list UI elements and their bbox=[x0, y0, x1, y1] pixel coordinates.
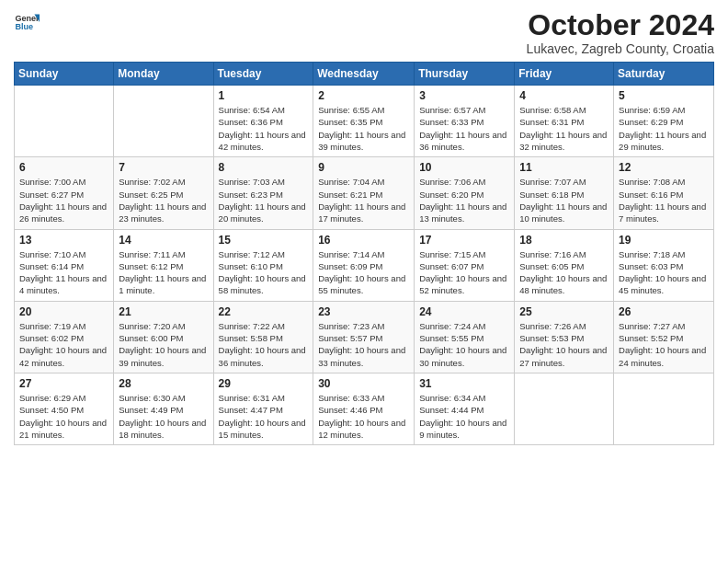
day-number: 27 bbox=[19, 377, 108, 390]
header-friday: Friday bbox=[515, 63, 614, 86]
day-info: Sunrise: 7:10 AMSunset: 6:14 PMDaylight:… bbox=[19, 248, 108, 297]
calendar-cell: 16Sunrise: 7:14 AMSunset: 6:09 PMDayligh… bbox=[313, 229, 415, 301]
calendar-week-2: 6Sunrise: 7:00 AMSunset: 6:27 PMDaylight… bbox=[15, 157, 714, 229]
day-info: Sunrise: 6:54 AMSunset: 6:36 PMDaylight:… bbox=[219, 104, 309, 153]
calendar-cell: 31Sunrise: 6:34 AMSunset: 4:44 PMDayligh… bbox=[415, 373, 515, 444]
day-number: 21 bbox=[119, 305, 208, 318]
day-info: Sunrise: 7:02 AMSunset: 6:25 PMDaylight:… bbox=[119, 176, 208, 224]
header-tuesday: Tuesday bbox=[213, 63, 313, 86]
calendar-cell: 30Sunrise: 6:33 AMSunset: 4:46 PMDayligh… bbox=[313, 373, 415, 444]
header-saturday: Saturday bbox=[614, 63, 714, 86]
calendar-cell bbox=[114, 86, 213, 157]
day-info: Sunrise: 7:12 AMSunset: 6:10 PMDaylight:… bbox=[219, 248, 309, 297]
calendar-cell: 7Sunrise: 7:02 AMSunset: 6:25 PMDaylight… bbox=[114, 157, 213, 229]
day-info: Sunrise: 7:16 AMSunset: 6:05 PMDaylight:… bbox=[519, 248, 609, 297]
day-number: 10 bbox=[419, 161, 509, 174]
page-container: General Blue October 2024 Lukavec, Zagre… bbox=[0, 0, 728, 459]
header-monday: Monday bbox=[114, 63, 213, 86]
day-info: Sunrise: 7:22 AMSunset: 5:58 PMDaylight:… bbox=[219, 320, 309, 369]
day-number: 16 bbox=[318, 234, 409, 247]
header-sunday: Sunday bbox=[15, 63, 114, 86]
day-info: Sunrise: 7:06 AMSunset: 6:20 PMDaylight:… bbox=[419, 176, 509, 224]
day-info: Sunrise: 7:27 AMSunset: 5:52 PMDaylight:… bbox=[619, 320, 709, 369]
day-info: Sunrise: 7:23 AMSunset: 5:57 PMDaylight:… bbox=[318, 320, 409, 369]
calendar-cell: 5Sunrise: 6:59 AMSunset: 6:29 PMDaylight… bbox=[614, 86, 714, 157]
day-number: 23 bbox=[318, 305, 409, 318]
day-number: 5 bbox=[619, 89, 709, 102]
day-number: 13 bbox=[19, 234, 108, 247]
day-number: 20 bbox=[19, 305, 108, 318]
day-number: 29 bbox=[219, 377, 309, 390]
header: General Blue October 2024 Lukavec, Zagre… bbox=[14, 9, 714, 56]
day-info: Sunrise: 7:19 AMSunset: 6:02 PMDaylight:… bbox=[19, 320, 108, 369]
calendar-week-4: 20Sunrise: 7:19 AMSunset: 6:02 PMDayligh… bbox=[15, 301, 714, 373]
calendar-cell: 23Sunrise: 7:23 AMSunset: 5:57 PMDayligh… bbox=[313, 301, 415, 373]
day-info: Sunrise: 7:20 AMSunset: 6:00 PMDaylight:… bbox=[119, 320, 208, 369]
day-number: 7 bbox=[119, 161, 208, 174]
day-number: 31 bbox=[419, 377, 509, 390]
day-number: 8 bbox=[219, 161, 309, 174]
day-info: Sunrise: 6:34 AMSunset: 4:44 PMDaylight:… bbox=[419, 392, 509, 441]
day-info: Sunrise: 6:33 AMSunset: 4:46 PMDaylight:… bbox=[318, 392, 409, 441]
day-number: 19 bbox=[619, 234, 709, 247]
day-number: 1 bbox=[219, 89, 309, 102]
day-info: Sunrise: 7:04 AMSunset: 6:21 PMDaylight:… bbox=[318, 176, 409, 224]
day-number: 22 bbox=[219, 305, 309, 318]
day-number: 30 bbox=[318, 377, 409, 390]
calendar-cell: 17Sunrise: 7:15 AMSunset: 6:07 PMDayligh… bbox=[415, 229, 515, 301]
day-info: Sunrise: 6:57 AMSunset: 6:33 PMDaylight:… bbox=[419, 104, 509, 153]
calendar-cell bbox=[614, 373, 714, 444]
calendar-cell: 12Sunrise: 7:08 AMSunset: 6:16 PMDayligh… bbox=[614, 157, 714, 229]
calendar-cell: 19Sunrise: 7:18 AMSunset: 6:03 PMDayligh… bbox=[614, 229, 714, 301]
calendar-cell: 9Sunrise: 7:04 AMSunset: 6:21 PMDaylight… bbox=[313, 157, 415, 229]
day-info: Sunrise: 6:58 AMSunset: 6:31 PMDaylight:… bbox=[519, 104, 609, 153]
day-number: 17 bbox=[419, 234, 509, 247]
calendar-cell: 1Sunrise: 6:54 AMSunset: 6:36 PMDaylight… bbox=[213, 86, 313, 157]
calendar-week-1: 1Sunrise: 6:54 AMSunset: 6:36 PMDaylight… bbox=[15, 86, 714, 157]
page-title: October 2024 bbox=[527, 9, 714, 41]
day-info: Sunrise: 7:14 AMSunset: 6:09 PMDaylight:… bbox=[318, 248, 409, 297]
calendar-cell: 21Sunrise: 7:20 AMSunset: 6:00 PMDayligh… bbox=[114, 301, 213, 373]
day-number: 6 bbox=[19, 161, 108, 174]
day-info: Sunrise: 7:26 AMSunset: 5:53 PMDaylight:… bbox=[519, 320, 609, 369]
day-info: Sunrise: 7:07 AMSunset: 6:18 PMDaylight:… bbox=[519, 176, 609, 224]
day-number: 12 bbox=[619, 161, 709, 174]
calendar-cell: 26Sunrise: 7:27 AMSunset: 5:52 PMDayligh… bbox=[614, 301, 714, 373]
day-number: 26 bbox=[619, 305, 709, 318]
calendar-cell bbox=[15, 86, 114, 157]
day-info: Sunrise: 6:31 AMSunset: 4:47 PMDaylight:… bbox=[219, 392, 309, 441]
calendar-cell: 8Sunrise: 7:03 AMSunset: 6:23 PMDaylight… bbox=[213, 157, 313, 229]
calendar-cell: 27Sunrise: 6:29 AMSunset: 4:50 PMDayligh… bbox=[15, 373, 114, 444]
calendar-week-3: 13Sunrise: 7:10 AMSunset: 6:14 PMDayligh… bbox=[15, 229, 714, 301]
day-info: Sunrise: 7:03 AMSunset: 6:23 PMDaylight:… bbox=[219, 176, 309, 224]
calendar-cell: 20Sunrise: 7:19 AMSunset: 6:02 PMDayligh… bbox=[15, 301, 114, 373]
calendar-cell: 29Sunrise: 6:31 AMSunset: 4:47 PMDayligh… bbox=[213, 373, 313, 444]
day-number: 28 bbox=[119, 377, 208, 390]
calendar-cell: 3Sunrise: 6:57 AMSunset: 6:33 PMDaylight… bbox=[415, 86, 515, 157]
day-number: 3 bbox=[419, 89, 509, 102]
calendar-cell: 4Sunrise: 6:58 AMSunset: 6:31 PMDaylight… bbox=[515, 86, 614, 157]
day-number: 15 bbox=[219, 234, 309, 247]
calendar-header-row: Sunday Monday Tuesday Wednesday Thursday… bbox=[15, 63, 714, 86]
calendar-cell: 11Sunrise: 7:07 AMSunset: 6:18 PMDayligh… bbox=[515, 157, 614, 229]
day-number: 18 bbox=[519, 234, 609, 247]
calendar-cell: 6Sunrise: 7:00 AMSunset: 6:27 PMDaylight… bbox=[15, 157, 114, 229]
calendar-cell: 13Sunrise: 7:10 AMSunset: 6:14 PMDayligh… bbox=[15, 229, 114, 301]
calendar-cell: 25Sunrise: 7:26 AMSunset: 5:53 PMDayligh… bbox=[515, 301, 614, 373]
calendar-table: Sunday Monday Tuesday Wednesday Thursday… bbox=[14, 62, 714, 445]
day-info: Sunrise: 6:55 AMSunset: 6:35 PMDaylight:… bbox=[318, 104, 409, 153]
day-info: Sunrise: 6:59 AMSunset: 6:29 PMDaylight:… bbox=[619, 104, 709, 153]
day-info: Sunrise: 7:00 AMSunset: 6:27 PMDaylight:… bbox=[19, 176, 108, 224]
day-info: Sunrise: 7:11 AMSunset: 6:12 PMDaylight:… bbox=[119, 248, 208, 297]
day-number: 14 bbox=[119, 234, 208, 247]
calendar-cell: 15Sunrise: 7:12 AMSunset: 6:10 PMDayligh… bbox=[213, 229, 313, 301]
day-info: Sunrise: 7:15 AMSunset: 6:07 PMDaylight:… bbox=[419, 248, 509, 297]
logo: General Blue bbox=[14, 9, 40, 35]
day-number: 4 bbox=[519, 89, 609, 102]
day-info: Sunrise: 7:08 AMSunset: 6:16 PMDaylight:… bbox=[619, 176, 709, 224]
day-number: 11 bbox=[519, 161, 609, 174]
day-info: Sunrise: 6:30 AMSunset: 4:49 PMDaylight:… bbox=[119, 392, 208, 441]
calendar-cell: 28Sunrise: 6:30 AMSunset: 4:49 PMDayligh… bbox=[114, 373, 213, 444]
calendar-cell: 2Sunrise: 6:55 AMSunset: 6:35 PMDaylight… bbox=[313, 86, 415, 157]
day-number: 24 bbox=[419, 305, 509, 318]
